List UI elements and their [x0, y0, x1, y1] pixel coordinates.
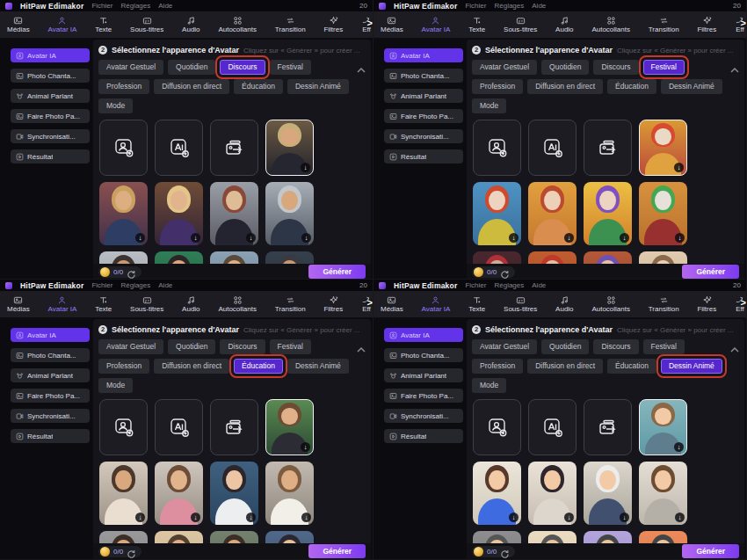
toolbar-item-filtres[interactable]: Filtres — [323, 16, 343, 33]
chip-dessin-anime[interactable]: Dessin Animé — [661, 79, 722, 94]
toolbar-item-transition[interactable]: Transition — [275, 16, 306, 33]
menu-aide[interactable]: Aide — [532, 281, 546, 289]
avatar-thumbnail[interactable]: ↓ — [473, 462, 521, 525]
sidebar-item-avatar-ia[interactable]: Avatar IA — [384, 48, 463, 62]
chip-mode[interactable]: Mode — [472, 378, 506, 393]
toolbar-item-transition[interactable]: Transition — [275, 295, 306, 313]
menu-fichier[interactable]: Fichier — [91, 2, 112, 10]
download-icon[interactable]: ↓ — [674, 442, 684, 452]
download-icon[interactable]: ↓ — [620, 233, 629, 243]
chip-dessin-anime[interactable]: Dessin Animé — [661, 359, 722, 374]
menu-reglages[interactable]: Réglages — [494, 281, 524, 289]
chip-avatar-gestuel[interactable]: Avatar Gestuel — [98, 339, 163, 354]
toolbar-item-filtres[interactable]: Filtres — [697, 16, 716, 33]
download-icon[interactable]: ↓ — [301, 163, 310, 172]
download-icon[interactable]: ↓ — [191, 233, 200, 243]
avatar-thumbnail[interactable]: ↓ — [265, 462, 314, 525]
chip-education[interactable]: Éducation — [607, 359, 656, 374]
generate-button[interactable]: Générer — [682, 265, 739, 279]
download-icon[interactable]: ↓ — [564, 513, 574, 522]
chevron-up-icon[interactable] — [730, 62, 739, 69]
chip-mode[interactable]: Mode — [98, 378, 133, 393]
chip-avatar-gestuel[interactable]: Avatar Gestuel — [472, 60, 537, 75]
ai-generate-avatar-card[interactable] — [155, 120, 203, 176]
chip-avatar-gestuel[interactable]: Avatar Gestuel — [98, 60, 163, 75]
sidebar-item-resultat[interactable]: Résultat — [11, 149, 90, 164]
toolbar-item-medias[interactable]: Médias — [381, 295, 403, 313]
import-avatar-card[interactable] — [210, 120, 258, 176]
refresh-icon[interactable] — [127, 547, 136, 556]
chip-profession[interactable]: Profession — [98, 79, 149, 94]
avatar-thumbnail[interactable]: ↓ — [155, 182, 203, 245]
sidebar-item-animal-parlant[interactable]: Animal Parlant — [11, 368, 90, 382]
toolbar-item-avatar-ia[interactable]: Avatar IA — [48, 16, 77, 33]
toolbar-overflow-chevron[interactable]: > — [367, 18, 373, 28]
sidebar-item-resultat[interactable]: Résultat — [384, 149, 463, 164]
avatar-thumbnail[interactable]: ↓ — [155, 462, 203, 525]
chip-festival[interactable]: Festival — [270, 339, 311, 354]
chip-diffusion-en-direct[interactable]: Diffusion en direct — [527, 359, 603, 374]
add-custom-avatar-card[interactable] — [473, 120, 521, 176]
avatar-thumbnail[interactable]: ↓ — [210, 462, 258, 525]
menu-aide[interactable]: Aide — [158, 281, 172, 289]
avatar-thumbnail[interactable]: ↓ — [528, 182, 577, 245]
chip-festival[interactable]: Festival — [270, 60, 311, 75]
chip-festival[interactable]: Festival — [643, 339, 685, 354]
download-icon[interactable]: ↓ — [301, 233, 311, 243]
chip-diffusion-en-direct[interactable]: Diffusion en direct — [527, 79, 603, 94]
toolbar-item-texte[interactable]: Texte — [468, 295, 485, 313]
import-avatar-card[interactable] — [584, 399, 632, 455]
avatar-thumbnail[interactable]: ↓ — [99, 462, 148, 525]
sidebar-item-resultat[interactable]: Résultat — [11, 429, 90, 443]
toolbar-item-texte[interactable]: Texte — [468, 16, 485, 33]
refresh-icon[interactable] — [127, 267, 136, 277]
download-icon[interactable]: ↓ — [301, 513, 311, 522]
download-icon[interactable]: ↓ — [564, 233, 574, 243]
sidebar-item-avatar-ia[interactable]: Avatar IA — [11, 48, 90, 62]
avatar-thumbnail[interactable]: ↓ — [639, 182, 687, 245]
toolbar-item-medias[interactable]: Médias — [7, 16, 30, 33]
toolbar-item-texte[interactable]: Texte — [95, 16, 112, 33]
toolbar-item-autocollants[interactable]: Autocollants — [591, 16, 630, 33]
chip-dessin-anime[interactable]: Dessin Animé — [287, 359, 349, 374]
refresh-icon[interactable] — [500, 547, 510, 556]
menu-fichier[interactable]: Fichier — [465, 2, 486, 10]
avatar-thumbnail[interactable]: ↓ — [639, 462, 687, 525]
menu-fichier[interactable]: Fichier — [91, 281, 112, 289]
download-icon[interactable]: ↓ — [135, 513, 145, 522]
chip-mode[interactable]: Mode — [472, 98, 506, 113]
import-avatar-card[interactable] — [210, 399, 258, 455]
generate-button[interactable]: Générer — [682, 544, 739, 558]
download-icon[interactable]: ↓ — [246, 233, 256, 243]
toolbar-item-audio[interactable]: Audio — [555, 16, 573, 33]
toolbar-item-sous-titres[interactable]: Sous-titres — [504, 16, 537, 33]
chevron-up-icon[interactable] — [357, 62, 366, 69]
toolbar-item-filtres[interactable]: Filtres — [323, 295, 343, 313]
chip-quotidien[interactable]: Quotidien — [168, 60, 215, 75]
add-custom-avatar-card[interactable] — [99, 399, 148, 455]
sidebar-item-photo-chanta[interactable]: Photo Chanta... — [384, 348, 463, 362]
menu-reglages[interactable]: Réglages — [120, 281, 150, 289]
avatar-thumbnail[interactable]: ↓ — [265, 120, 314, 176]
toolbar-item-audio[interactable]: Audio — [555, 295, 573, 313]
sidebar-item-animal-parlant[interactable]: Animal Parlant — [11, 89, 90, 103]
download-icon[interactable]: ↓ — [509, 233, 519, 243]
sidebar-item-synchronisati[interactable]: Synchronisati... — [384, 129, 463, 143]
sidebar-item-photo-chanta[interactable]: Photo Chanta... — [11, 69, 90, 83]
ai-generate-avatar-card[interactable] — [155, 399, 203, 455]
chip-discours[interactable]: Discours — [593, 60, 638, 75]
download-icon[interactable]: ↓ — [135, 233, 145, 243]
chevron-up-icon[interactable] — [357, 341, 366, 348]
sidebar-item-faire-photo-pa[interactable]: Faire Photo Pa... — [384, 389, 463, 403]
add-custom-avatar-card[interactable] — [99, 120, 148, 176]
avatar-thumbnail[interactable]: ↓ — [639, 120, 687, 176]
toolbar-item-autocollants[interactable]: Autocollants — [591, 295, 630, 313]
menu-aide[interactable]: Aide — [532, 2, 546, 10]
toolbar-item-texte[interactable]: Texte — [95, 295, 112, 313]
chip-education[interactable]: Éducation — [234, 79, 283, 94]
ai-generate-avatar-card[interactable] — [528, 120, 577, 176]
sidebar-item-animal-parlant[interactable]: Animal Parlant — [384, 368, 463, 382]
toolbar-item-sous-titres[interactable]: Sous-titres — [130, 295, 163, 313]
chip-quotidien[interactable]: Quotidien — [541, 339, 589, 354]
toolbar-overflow-chevron[interactable]: > — [367, 297, 373, 308]
